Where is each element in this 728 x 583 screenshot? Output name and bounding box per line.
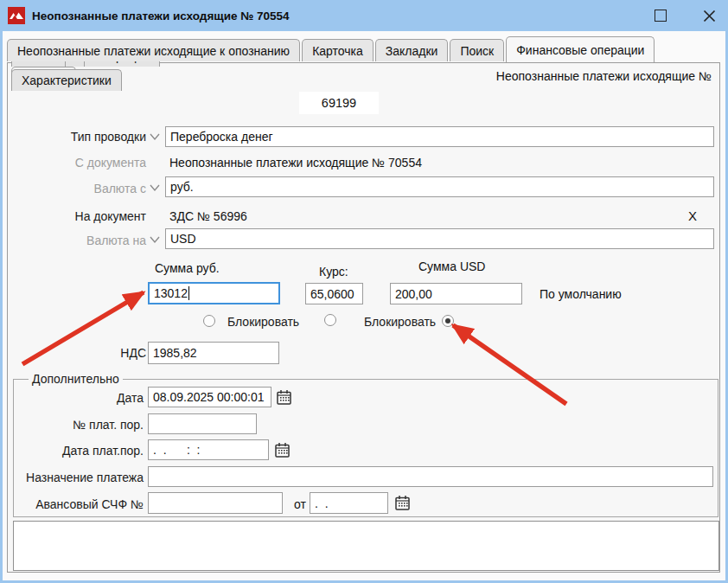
chevron-down-icon[interactable] [149,132,161,141]
to-document-value: ЗДС № 56996 [169,209,247,223]
to-document-label: На документ [8,209,146,223]
block-rub-radio[interactable] [203,315,215,327]
currency-from-input[interactable]: руб. [165,176,714,197]
payment-order-date-input[interactable]: . . : : [148,439,269,460]
tab-bookmarks-l1[interactable]: Закладки [375,39,449,61]
default-label: По умолчанию [540,287,622,301]
window-title: Неопознанные платежи исходящие № 70554 [32,10,290,22]
date-label: Дата [11,391,144,405]
amount-rub-label: Сумма руб. [155,261,220,275]
clear-document-button[interactable]: X [688,208,697,223]
advance-from-date-input[interactable]: . . [310,492,388,514]
advance-from-label: от [294,497,306,511]
financial-operations-panel: Финансовые операции Карточка Закладки По… [7,62,720,573]
date-input[interactable]: 08.09.2025 00:00:01 [148,387,271,407]
tab-financial-operations-l1[interactable]: Финансовые операции [506,36,655,62]
rate-label: Курс: [319,265,348,279]
chevron-down-icon[interactable] [149,235,161,244]
currency-to-label: Валюта на [8,234,146,247]
block-usd-radio-label[interactable]: Блокировать [364,315,436,329]
vat-label: НДС [8,346,146,360]
title-bar: Неопознанные платежи исходящие № 70554 [0,0,728,31]
from-document-label: С документа [8,156,146,170]
payment-purpose-input[interactable] [148,466,713,487]
chevron-down-icon[interactable] [149,183,161,192]
maximize-button[interactable] [655,10,667,22]
advance-invoice-label: Авансовый СЧФ № [11,497,144,511]
transaction-type-label: Тип проводки [8,130,146,144]
block-rub-radio-label[interactable]: Блокировать [227,315,299,329]
close-icon [703,10,716,22]
from-document-value: Неопознанные платежи исходящие № 70554 [169,156,422,170]
currency-to-input[interactable]: USD [165,228,714,249]
notes-textarea[interactable] [13,521,719,571]
app-icon [8,7,25,24]
calendar-icon[interactable] [274,442,291,458]
amount-rub-input[interactable]: 13012 [148,282,280,304]
vat-input[interactable]: 1985,82 [148,342,279,364]
document-number-field[interactable]: 69199 [299,92,379,114]
calendar-icon[interactable] [276,389,292,406]
amount-usd-label: Сумма USD [418,259,485,273]
additional-legend: Дополнительно [29,372,123,386]
app-window: Неопознанные платежи исходящие № 70554 Н… [0,0,728,583]
calendar-icon[interactable] [394,495,411,511]
close-button[interactable] [703,10,716,22]
panel-heading: Неопознанные платежи исходящие № [496,69,712,83]
tab-strip-level1: Неопознанные платежи исходящие к опознан… [7,36,656,61]
block-usd-radio[interactable] [324,314,336,326]
tab-characteristics[interactable]: Характеристики [11,69,122,91]
rate-input[interactable]: 65,0600 [305,283,363,304]
advance-invoice-input[interactable] [148,492,283,514]
payment-order-no-input[interactable] [148,413,257,434]
payment-order-date-label: Дата плат.пор. [11,444,144,458]
text-caret [188,286,189,300]
currency-from-label: Валюта с [8,182,146,195]
default-radio-checked[interactable] [442,315,454,327]
radio-dot [445,318,450,324]
tab-card-l1[interactable]: Карточка [302,39,374,61]
tab-search-l1[interactable]: Поиск [450,39,504,61]
tab-unidentified-payments[interactable]: Неопознанные платежи исходящие к опознан… [7,39,300,61]
amount-usd-input[interactable]: 200,00 [390,283,522,304]
transaction-type-input[interactable]: Переброска денег [165,126,714,147]
payment-order-no-label: № плат. пор. [11,418,144,432]
payment-purpose-label: Назначение платежа [11,471,144,484]
